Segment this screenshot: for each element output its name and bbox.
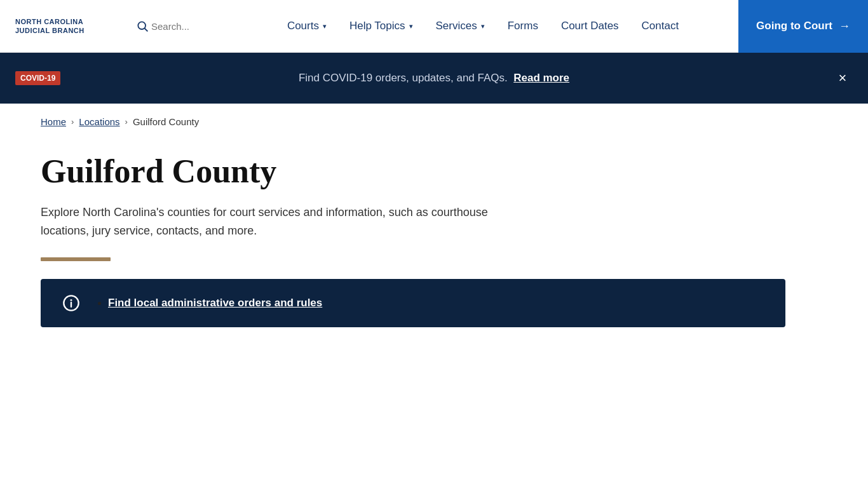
logo-line2: JUDICIAL BRANCH xyxy=(15,26,118,35)
breadcrumb-current: Guilford County xyxy=(133,116,199,127)
nav-contact[interactable]: Contact xyxy=(630,0,691,53)
main-content: Guilford County Explore North Carolina's… xyxy=(0,140,826,353)
arrow-right-icon: → xyxy=(839,20,850,33)
breadcrumb-home[interactable]: Home xyxy=(41,116,66,127)
circle-info-icon xyxy=(62,294,80,312)
close-banner-button[interactable]: × xyxy=(832,68,853,88)
section-divider xyxy=(41,257,111,261)
site-header: NORTH CAROLINA JUDICIAL BRANCH Courts ▾ … xyxy=(0,0,868,53)
nav-courts[interactable]: Courts ▾ xyxy=(276,0,338,53)
main-nav: Courts ▾ Help Topics ▾ Services ▾ Forms … xyxy=(227,0,738,53)
covid-banner: COVID-19 Find COVID-19 orders, updates, … xyxy=(0,53,868,104)
chevron-down-icon: ▾ xyxy=(409,22,413,30)
notice-content: Find local administrative orders and rul… xyxy=(97,297,322,309)
breadcrumb-separator: › xyxy=(125,117,128,126)
breadcrumb-locations[interactable]: Locations xyxy=(79,116,119,127)
svg-line-1 xyxy=(145,29,148,32)
notice-box: Find local administrative orders and rul… xyxy=(41,279,785,327)
admin-orders-link[interactable]: Find local administrative orders and rul… xyxy=(108,297,322,309)
breadcrumb-separator: › xyxy=(71,117,74,126)
svg-point-0 xyxy=(138,22,146,29)
chevron-down-icon: ▾ xyxy=(323,22,327,30)
info-icon xyxy=(61,294,81,312)
logo-line1: NORTH CAROLINA xyxy=(15,17,118,26)
nav-court-dates[interactable]: Court Dates xyxy=(550,0,630,53)
covid-text: Find COVID-19 orders, updates, and FAQs.… xyxy=(299,72,569,85)
covid-badge: COVID-19 xyxy=(15,71,60,85)
nav-services[interactable]: Services ▾ xyxy=(424,0,496,53)
page-description: Explore North Carolina's counties for co… xyxy=(41,203,524,240)
page-title: Guilford County xyxy=(41,152,785,191)
covid-read-more-link[interactable]: Read more xyxy=(513,72,569,84)
search-button[interactable] xyxy=(133,17,151,35)
nav-help-topics[interactable]: Help Topics ▾ xyxy=(338,0,424,53)
search-icon xyxy=(136,20,149,32)
nav-forms[interactable]: Forms xyxy=(496,0,550,53)
search-container xyxy=(133,17,215,35)
breadcrumb: Home › Locations › Guilford County xyxy=(0,104,868,140)
logo[interactable]: NORTH CAROLINA JUDICIAL BRANCH xyxy=(0,17,133,36)
chevron-down-icon: ▾ xyxy=(481,22,485,30)
going-to-court-button[interactable]: Going to Court → xyxy=(738,0,868,53)
search-input[interactable] xyxy=(151,21,215,32)
